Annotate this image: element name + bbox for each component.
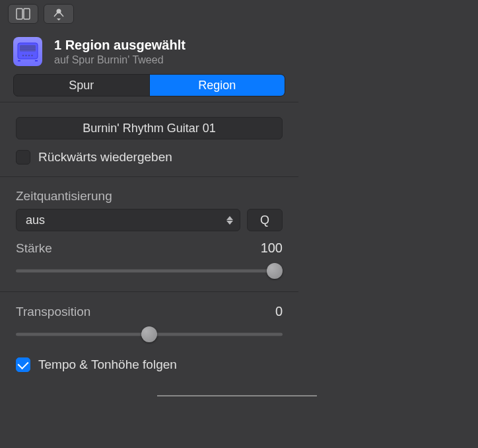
transpose-slider[interactable]: [16, 326, 283, 343]
region-selection-subtitle: auf Spur Burnin' Tweed: [54, 54, 186, 66]
quantize-apply-label: Q: [260, 213, 269, 227]
svg-marker-3: [57, 19, 61, 20]
svg-rect-0: [17, 9, 22, 19]
quantize-select[interactable]: aus: [16, 209, 240, 231]
segment-region-label: Region: [198, 79, 236, 93]
quantize-apply-button[interactable]: Q: [247, 209, 283, 231]
svg-marker-15: [226, 216, 233, 220]
transpose-slider-thumb[interactable]: [141, 326, 157, 342]
svg-marker-16: [226, 221, 233, 225]
svg-point-10: [25, 55, 27, 57]
segment-region[interactable]: Region: [150, 75, 285, 96]
region-name-value: Burnin' Rhythm Guitar 01: [83, 122, 216, 135]
callout-line: [157, 395, 317, 396]
strength-value[interactable]: 100: [261, 241, 283, 256]
reverse-checkbox-label: Rückwärts wiedergeben: [38, 150, 172, 165]
segment-track-label: Spur: [69, 79, 94, 93]
track-region-segmented-control: Spur Region: [13, 74, 285, 96]
strength-slider-thumb[interactable]: [267, 263, 283, 279]
follow-tempo-pitch-label: Tempo & Tonhöhe folgen: [38, 357, 177, 372]
svg-point-9: [22, 55, 24, 57]
transpose-label: Transposition: [16, 305, 90, 319]
svg-rect-1: [24, 9, 30, 19]
reverse-checkbox[interactable]: [16, 150, 30, 165]
strength-label: Stärke: [16, 241, 52, 256]
segment-track[interactable]: Spur: [14, 75, 150, 96]
editor-dropdown-button[interactable]: [44, 4, 74, 24]
track-amp-icon: [13, 37, 42, 66]
svg-rect-13: [18, 60, 20, 61]
transpose-value[interactable]: 0: [275, 304, 283, 319]
region-name-input[interactable]: Burnin' Rhythm Guitar 01: [16, 117, 283, 139]
stepper-arrows-icon: [226, 216, 233, 225]
strength-slider[interactable]: [16, 262, 283, 280]
quantize-label: Zeitquantisierung: [16, 189, 283, 204]
quantize-select-value: aus: [26, 213, 45, 227]
follow-tempo-pitch-checkbox[interactable]: [16, 357, 30, 372]
svg-rect-14: [35, 60, 38, 61]
library-button[interactable]: [8, 4, 38, 24]
svg-point-12: [31, 55, 33, 57]
svg-point-11: [28, 55, 30, 57]
region-selection-title: 1 Region ausgewählt: [54, 38, 186, 53]
toolbar: [0, 0, 298, 28]
